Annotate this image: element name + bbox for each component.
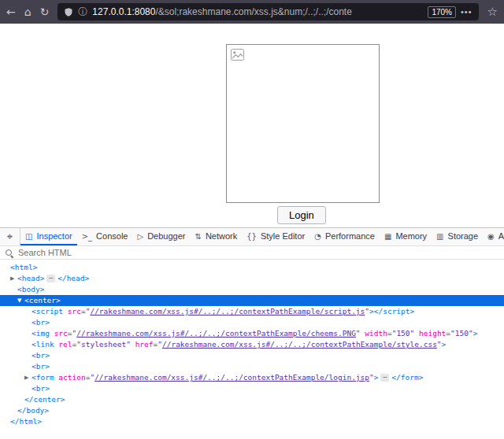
collapsed-content-badge[interactable]: ⋯: [380, 374, 389, 382]
code-p: >: [37, 417, 42, 426]
markup-line[interactable]: </html>: [0, 416, 504, 427]
devtools-tab-inspector[interactable]: ◫Inspector: [20, 228, 77, 245]
console-icon: >_: [82, 232, 92, 241]
code-url: //rakeshmane.com/xss.js#/..;/..;/context…: [76, 329, 356, 338]
code-p: </: [391, 373, 400, 382]
code-tag: body: [26, 406, 44, 415]
code-tag: html: [15, 263, 33, 271]
code-tag: body: [22, 285, 40, 293]
search-icon: [5, 249, 13, 257]
url-bar[interactable]: ⓘ 127.0.0.1:8080/&sol;rakeshmane.com/xss…: [57, 3, 478, 20]
devtools-tab-console[interactable]: >_Console: [77, 228, 133, 245]
markup-line[interactable]: <link rel="stylesheet" href="//rakeshman…: [0, 339, 504, 350]
devtools-tab-memory[interactable]: ▦Memory: [380, 228, 432, 245]
zoom-indicator[interactable]: 170%: [428, 6, 456, 18]
code-attr: src: [63, 307, 81, 315]
code-tag: script: [383, 307, 410, 315]
pick-element-icon[interactable]: ⌖: [0, 228, 20, 245]
back-icon[interactable]: ←: [6, 6, 16, 17]
devtools-tab-style-editor[interactable]: {}Style Editor: [242, 228, 309, 245]
code-url: //rakeshmane.com/xss.js#/..;/..;/context…: [94, 373, 369, 382]
tab-label: Style Editor: [261, 231, 305, 241]
devtools-tab-debugger[interactable]: ▷Debugger: [132, 228, 190, 245]
code-p: ></: [369, 307, 383, 315]
code-tag: br: [36, 362, 45, 371]
code-p: >: [33, 263, 38, 271]
code-p: >: [45, 351, 50, 360]
code-tag: form: [401, 373, 419, 382]
markup-line-selected[interactable]: ▼<center>: [0, 295, 504, 306]
markup-line[interactable]: <br>: [0, 350, 504, 361]
code-val: 150: [396, 329, 410, 338]
shield-icon[interactable]: [64, 7, 73, 17]
code-tag: link: [36, 340, 54, 349]
markup-line[interactable]: <body>: [0, 284, 504, 295]
devtools-tab-network[interactable]: ⇅Network: [190, 228, 242, 245]
devtools-tab-bar: ⌖ ◫Inspector>_Console▷Debugger⇅Network{}…: [0, 228, 504, 246]
markup-line[interactable]: ▶<head>⋯</head>: [0, 273, 504, 284]
code-tag: br: [36, 318, 45, 326]
code-tag: br: [36, 384, 45, 393]
code-p: >: [473, 329, 478, 338]
tab-label: Console: [96, 231, 128, 241]
style-editor-icon: {}: [246, 232, 257, 241]
code-p: </: [17, 406, 26, 415]
code-p: >: [40, 285, 45, 293]
code-p: >: [56, 296, 61, 304]
performance-icon: ◔: [314, 232, 321, 241]
code-q: =": [72, 340, 81, 349]
code-q: =": [68, 329, 76, 338]
code-tag: center: [33, 395, 60, 404]
expand-arrow-icon[interactable]: ▶: [24, 372, 32, 383]
code-p: >: [419, 373, 424, 382]
code-attr: width: [361, 329, 387, 338]
markup-line[interactable]: <br>: [0, 317, 504, 328]
network-icon: ⇅: [195, 232, 201, 241]
firefox-window: ← ⌂ ↻ ⓘ 127.0.0.1:8080/&sol;rakeshmane.c…: [0, 0, 504, 439]
markup-line[interactable]: <script src="//rakeshmane.com/xss.js#/..…: [0, 306, 504, 317]
markup-line[interactable]: <html>: [0, 262, 504, 273]
search-input[interactable]: [18, 248, 499, 257]
code-attr: href: [131, 340, 154, 349]
devtools-search-bar: [0, 246, 504, 260]
tab-label: Network: [206, 231, 237, 241]
markup-line[interactable]: ▶<form action="//rakeshmane.com/xss.js#/…: [0, 372, 504, 383]
tab-label: Accessibility: [498, 231, 504, 241]
collapse-arrow-icon[interactable]: ▼: [17, 295, 24, 306]
expand-arrow-icon[interactable]: ▶: [10, 273, 17, 284]
code-p: >: [45, 318, 50, 326]
code-p: >: [45, 384, 50, 393]
code-attr: rel: [54, 340, 72, 349]
login-button[interactable]: Login: [277, 206, 326, 224]
code-tag: img: [36, 329, 50, 338]
memory-icon: ▦: [384, 232, 391, 241]
code-val: stylesheet: [81, 340, 126, 349]
collapsed-content-badge[interactable]: ⋯: [46, 275, 55, 282]
site-info-icon[interactable]: ⓘ: [78, 6, 87, 19]
devtools-tabs: ◫Inspector>_Console▷Debugger⇅Network{}St…: [20, 228, 504, 245]
devtools-tab-storage[interactable]: ▥Storage: [432, 228, 483, 245]
browser-toolbar: ← ⌂ ↻ ⓘ 127.0.0.1:8080/&sol;rakeshmane.c…: [0, 0, 504, 24]
markup-line[interactable]: </body>: [0, 405, 504, 416]
markup-line[interactable]: <br>: [0, 361, 504, 372]
url-text[interactable]: 127.0.0.1:8080/&sol;rakeshmane.com/xss.j…: [92, 6, 423, 17]
code-attr: action: [54, 373, 86, 382]
markup-line[interactable]: <img src="//rakeshmane.com/xss.js#/..;/.…: [0, 328, 504, 339]
markup-line[interactable]: <br>: [0, 383, 504, 394]
devtools-tab-performance[interactable]: ◔Performance: [309, 228, 380, 245]
markup-line[interactable]: </center>: [0, 394, 504, 405]
url-host: 127.0.0.1:8080: [92, 6, 155, 17]
devtools-tab-accessibility[interactable]: ◉Accessibility: [483, 228, 504, 245]
code-q: =": [154, 340, 162, 349]
home-icon[interactable]: ⌂: [24, 6, 32, 17]
code-p: </: [24, 395, 33, 404]
page-actions-icon[interactable]: •••: [461, 7, 472, 17]
code-url: //rakeshmane.com/xss.js#/..;/..;/context…: [162, 340, 437, 349]
code-tag: form: [36, 373, 54, 382]
reload-icon[interactable]: ↻: [40, 6, 50, 17]
code-tag: head: [22, 274, 40, 282]
accessibility-icon: ◉: [487, 232, 495, 241]
bookmark-star-icon[interactable]: ☆: [487, 5, 498, 19]
code-tag: br: [36, 351, 45, 360]
code-p: >: [442, 340, 447, 349]
